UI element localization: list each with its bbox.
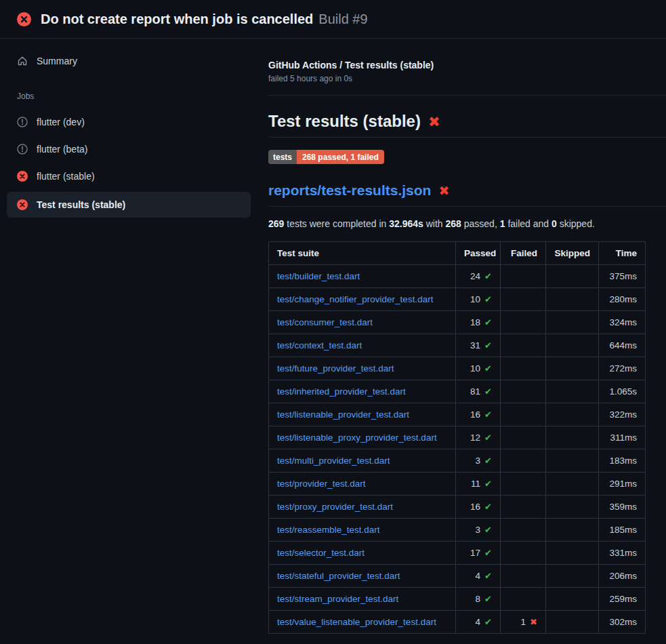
sidebar-item-test-results-stable[interactable]: Test results (stable): [7, 192, 251, 218]
sidebar-item-summary[interactable]: Summary: [7, 49, 251, 73]
check-icon: ✔: [484, 340, 492, 350]
test-suite-cell: test/value_listenable_provider_test.dart: [269, 611, 456, 634]
skipped-cell: [546, 403, 599, 426]
section-title: Test results (stable) ✖: [268, 112, 666, 138]
column-header-time: Time: [599, 242, 646, 265]
divider: [268, 95, 666, 96]
test-suite-link[interactable]: test/proxy_provider_test.dart: [277, 502, 393, 512]
check-icon: ✔: [484, 456, 492, 466]
test-suite-link[interactable]: test/provider_test.dart: [277, 479, 366, 489]
skipped-cell: [546, 565, 599, 588]
test-suite-link[interactable]: test/multi_provider_test.dart: [277, 456, 390, 466]
column-header-skipped: Skipped: [546, 242, 599, 265]
test-suite-link[interactable]: test/value_listenable_provider_test.dart: [277, 617, 436, 627]
skipped-cell: [546, 265, 599, 288]
badge-label: tests: [268, 150, 297, 164]
table-row: test/selector_test.dart17✔331ms: [269, 542, 646, 565]
time-cell: 359ms: [599, 496, 646, 519]
failed-cell: [501, 403, 546, 426]
table-row: test/provider_test.dart11✔291ms: [269, 472, 646, 496]
skipped-cell: [546, 496, 599, 519]
sidebar-item-flutter-dev[interactable]: flutter (dev): [7, 110, 251, 134]
section-title-text: Test results (stable): [268, 112, 421, 131]
test-suite-link[interactable]: test/inherited_provider_test.dart: [277, 386, 406, 397]
time-cell: 183ms: [599, 449, 646, 472]
passed-cell: 81✔: [456, 380, 501, 403]
passed-cell: 24✔: [456, 265, 501, 288]
test-suite-link[interactable]: test/reassemble_test.dart: [277, 525, 380, 535]
test-suite-link[interactable]: test/builder_test.dart: [277, 271, 360, 281]
test-suite-cell: test/context_test.dart: [269, 334, 456, 357]
table-row: test/context_test.dart31✔644ms: [269, 334, 646, 357]
test-suite-cell: test/selector_test.dart: [269, 542, 456, 565]
time-cell: 185ms: [599, 519, 646, 542]
skipped-cell: [546, 472, 599, 496]
table-header-row: Test suite Passed Failed Skipped Time: [269, 242, 646, 265]
time-cell: 322ms: [599, 403, 646, 426]
failed-status-icon: [17, 199, 28, 210]
time-cell: 272ms: [599, 357, 646, 380]
check-icon: ✔: [484, 571, 492, 581]
table-row: test/change_notifier_provider_test.dart1…: [269, 288, 646, 311]
sidebar-item-label: flutter (stable): [37, 171, 95, 182]
main-content: GitHub Actions / Test results (stable) f…: [257, 39, 666, 634]
test-suite-link[interactable]: test/context_test.dart: [277, 340, 362, 350]
stale-status-icon: [17, 144, 28, 155]
failed-cell: [501, 265, 546, 288]
check-icon: ✔: [484, 386, 492, 397]
passed-cell: 8✔: [456, 588, 501, 611]
skipped-cell: [546, 288, 599, 311]
test-suite-link[interactable]: test/future_provider_test.dart: [277, 363, 394, 374]
build-header: Do not create report when job is cancell…: [0, 0, 666, 39]
test-suite-cell: test/future_provider_test.dart: [269, 357, 456, 380]
passed-cell: 16✔: [456, 403, 501, 426]
table-row: test/builder_test.dart24✔375ms: [269, 265, 646, 288]
test-suite-link[interactable]: test/consumer_test.dart: [277, 317, 373, 327]
sidebar-item-flutter-stable[interactable]: flutter (stable): [7, 165, 251, 188]
test-suite-link[interactable]: test/listenable_provider_test.dart: [277, 409, 409, 420]
time-cell: 644ms: [599, 334, 646, 357]
column-header-test-suite: Test suite: [269, 242, 456, 265]
time-cell: 1.065s: [599, 380, 646, 403]
test-suite-cell: test/change_notifier_provider_test.dart: [269, 288, 456, 311]
time-cell: 375ms: [599, 265, 646, 288]
failed-cell: [501, 472, 546, 496]
test-suite-link[interactable]: test/change_notifier_provider_test.dart: [277, 294, 433, 304]
test-suite-cell: test/stream_provider_test.dart: [269, 588, 456, 611]
failed-cell: [501, 496, 546, 519]
time-cell: 311ms: [599, 426, 646, 449]
build-title: Do not create report when job is cancell…: [41, 12, 313, 27]
failed-cell: [501, 519, 546, 542]
column-header-failed: Failed: [501, 242, 546, 265]
check-icon: ✔: [484, 317, 492, 327]
test-suite-link[interactable]: test/stream_provider_test.dart: [277, 594, 398, 604]
sidebar-item-label: Summary: [37, 56, 77, 66]
time-cell: 291ms: [599, 472, 646, 496]
passed-cell: 12✔: [456, 426, 501, 449]
table-row: test/stateful_provider_test.dart4✔206ms: [269, 565, 646, 588]
home-icon: [17, 56, 28, 66]
report-heading: reports/test-results.json ✖: [268, 182, 666, 207]
table-row: test/consumer_test.dart18✔324ms: [269, 311, 646, 334]
check-run-status: failed 5 hours ago in 0s: [268, 74, 666, 83]
table-row: test/listenable_proxy_provider_test.dart…: [269, 426, 646, 449]
failed-cell: [501, 449, 546, 472]
passed-cell: 4✔: [456, 565, 501, 588]
jobs-section-label: Jobs: [17, 92, 251, 101]
failed-cross-icon: ✖: [428, 115, 440, 129]
time-cell: 331ms: [599, 542, 646, 565]
skipped-cell: [546, 311, 599, 334]
failed-cell: [501, 334, 546, 357]
failed-cell: [501, 588, 546, 611]
report-file-link[interactable]: reports/test-results.json: [268, 182, 431, 199]
test-suite-link[interactable]: test/listenable_proxy_provider_test.dart: [277, 432, 437, 443]
failed-status-icon: [17, 171, 28, 182]
sidebar-item-flutter-beta[interactable]: flutter (beta): [7, 138, 251, 161]
check-icon: ✔: [484, 502, 492, 512]
test-suite-link[interactable]: test/selector_test.dart: [277, 548, 365, 558]
check-icon: ✔: [484, 479, 492, 489]
passed-cell: 18✔: [456, 311, 501, 334]
test-suite-link[interactable]: test/stateful_provider_test.dart: [277, 571, 400, 581]
passed-cell: 31✔: [456, 334, 501, 357]
time-cell: 324ms: [599, 311, 646, 334]
